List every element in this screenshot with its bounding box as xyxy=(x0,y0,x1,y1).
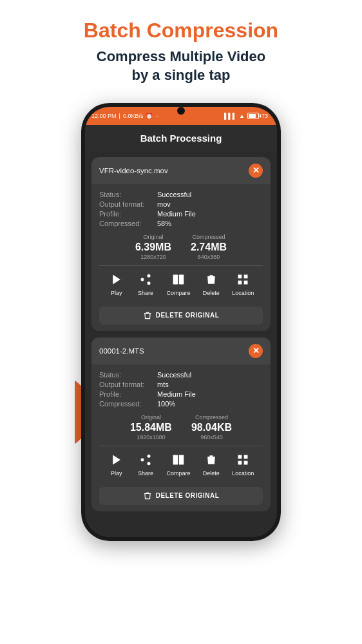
svg-line-21 xyxy=(144,457,148,459)
signal-icon: ▌▌▌ xyxy=(224,113,236,119)
card-body-1: Status: Successful Output format: mov Pr… xyxy=(91,184,271,307)
status-left: 12:00 PM | 0.0KB/s ⏰ ·· xyxy=(91,113,158,119)
compressed-row-2: Compressed: 100% xyxy=(99,400,263,408)
filename-1: VFR-video-sync.mov xyxy=(99,167,168,175)
close-button-1[interactable]: ✕ xyxy=(249,164,263,178)
page-header: Batch Compression Compress Multiple Vide… xyxy=(0,0,362,91)
original-size-1: Original 6.39MB 1280x720 xyxy=(135,234,171,260)
compressed-size-1: Compressed 2.74MB 640x360 xyxy=(191,234,227,260)
location-icon-1 xyxy=(234,271,251,288)
play-button-2[interactable]: Play xyxy=(108,451,125,477)
close-button-2[interactable]: ✕ xyxy=(249,344,263,358)
compare-icon-2 xyxy=(170,451,187,468)
size-comparison-1: Original 6.39MB 1280x720 Compressed 2.74… xyxy=(99,234,263,260)
compare-button-1[interactable]: Compare xyxy=(166,271,190,296)
svg-line-20 xyxy=(144,460,148,462)
card-body-2: Status: Successful Output format: mts Pr… xyxy=(91,365,271,487)
action-bar-2: Play Share xyxy=(99,446,263,480)
status-speed: | xyxy=(119,113,120,119)
status-right: ▌▌▌ ▲ 73 xyxy=(224,113,268,119)
action-bar-1: Play Share xyxy=(99,265,263,300)
svg-rect-23 xyxy=(179,455,184,464)
phone-screen: 12:00 PM | 0.0KB/s ⏰ ·· ▌▌▌ ▲ 73 Batch xyxy=(85,107,277,537)
page-subtitle: Compress Multiple Video by a single tap xyxy=(13,48,349,84)
compressed-row-1: Compressed: 58% xyxy=(99,220,263,227)
card-header-1: VFR-video-sync.mov ✕ xyxy=(91,157,271,184)
scroll-content[interactable]: VFR-video-sync.mov ✕ Status: Successful … xyxy=(85,152,277,537)
status-row-2: Status: Successful xyxy=(99,371,263,379)
phone-mockup: 12:00 PM | 0.0KB/s ⏰ ·· ▌▌▌ ▲ 73 Batch xyxy=(81,103,281,541)
camera-notch xyxy=(177,107,185,115)
delete-icon-1 xyxy=(203,271,220,288)
svg-rect-25 xyxy=(244,455,248,459)
original-size-2: Original 15.84MB 1920x1080 xyxy=(130,414,172,440)
play-button-1[interactable]: Play xyxy=(108,271,125,296)
svg-rect-24 xyxy=(238,455,242,459)
svg-rect-27 xyxy=(238,460,242,464)
svg-point-1 xyxy=(148,274,151,277)
delete-original-btn-1[interactable]: DELETE ORIGINAL xyxy=(99,307,263,325)
svg-marker-16 xyxy=(113,455,120,464)
wifi-icon: ▲ xyxy=(239,113,245,119)
svg-rect-12 xyxy=(244,280,248,284)
size-comparison-2: Original 15.84MB 1920x1080 Compressed 98… xyxy=(99,414,263,440)
svg-rect-13 xyxy=(238,280,242,284)
play-icon-2 xyxy=(108,451,125,468)
play-icon-1 xyxy=(108,271,125,288)
video-card-2: 00001-2.MTS ✕ Status: Successful Output … xyxy=(91,337,271,511)
svg-rect-26 xyxy=(244,460,248,464)
share-icon-1 xyxy=(137,271,154,288)
share-button-2[interactable]: Share xyxy=(137,451,154,477)
location-button-2[interactable]: Location xyxy=(232,451,254,477)
trash-icon-1 xyxy=(143,311,152,320)
svg-point-18 xyxy=(141,458,144,461)
delete-original-btn-2[interactable]: DELETE ORIGINAL xyxy=(99,487,263,505)
app-header-title: Batch Processing xyxy=(140,133,222,144)
compare-button-2[interactable]: Compare xyxy=(166,451,190,477)
share-button-1[interactable]: Share xyxy=(137,271,154,296)
profile-row-1: Profile: Medium File xyxy=(99,210,263,218)
svg-line-4 xyxy=(144,280,148,282)
location-button-1[interactable]: Location xyxy=(232,271,254,296)
app-header: Batch Processing xyxy=(85,125,277,152)
filename-2: 00001-2.MTS xyxy=(99,347,144,355)
svg-point-19 xyxy=(148,462,151,465)
svg-rect-10 xyxy=(238,274,242,278)
delete-icon-2 xyxy=(203,451,220,468)
svg-rect-11 xyxy=(244,274,248,278)
delete-button-2[interactable]: Delete xyxy=(203,451,220,477)
svg-point-17 xyxy=(148,454,151,457)
status-time: 12:00 PM xyxy=(91,113,117,119)
svg-rect-7 xyxy=(179,274,184,284)
trash-icon-2 xyxy=(143,491,152,500)
svg-point-2 xyxy=(141,278,144,281)
output-format-row-1: Output format: mov xyxy=(99,200,263,208)
svg-rect-22 xyxy=(173,455,178,464)
compare-icon-1 xyxy=(170,271,187,288)
status-row-1: Status: Successful xyxy=(99,191,263,198)
location-icon-2 xyxy=(234,451,251,468)
svg-rect-6 xyxy=(173,274,178,284)
delete-button-1[interactable]: Delete xyxy=(203,271,220,296)
profile-row-2: Profile: Medium File xyxy=(99,390,263,398)
battery-icon xyxy=(247,113,259,119)
phone-frame: 12:00 PM | 0.0KB/s ⏰ ·· ▌▌▌ ▲ 73 Batch xyxy=(81,103,281,541)
svg-marker-0 xyxy=(113,274,120,284)
svg-point-3 xyxy=(148,281,151,285)
compressed-size-2: Compressed 98.04KB 960x540 xyxy=(191,414,232,440)
video-card-1: VFR-video-sync.mov ✕ Status: Successful … xyxy=(91,157,271,331)
share-icon-2 xyxy=(137,451,154,468)
svg-line-5 xyxy=(144,276,148,278)
output-format-row-2: Output format: mts xyxy=(99,381,263,388)
card-header-2: 00001-2.MTS ✕ xyxy=(91,337,271,365)
page-title: Batch Compression xyxy=(13,18,349,43)
